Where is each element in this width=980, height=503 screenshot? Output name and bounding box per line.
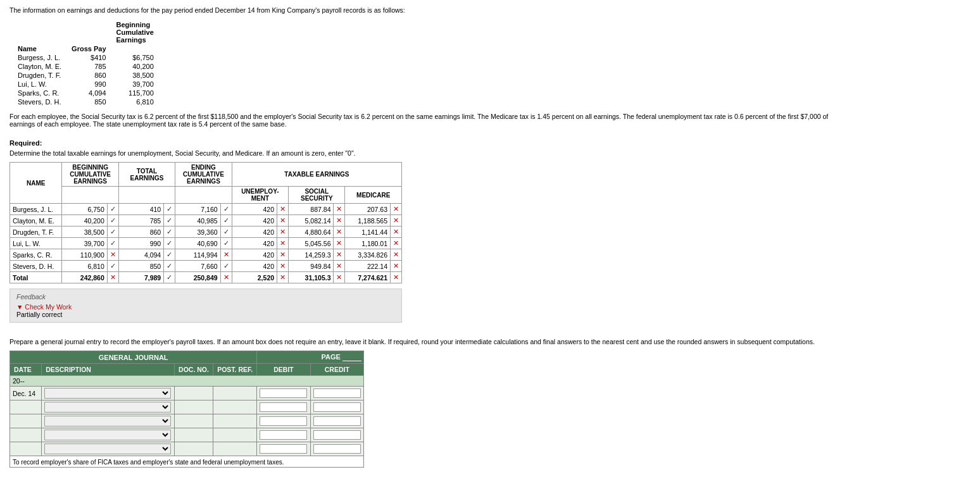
earn-beg-icon[interactable]: ✓ <box>107 238 118 249</box>
x-icon[interactable]: ✕ <box>223 273 229 281</box>
earn-end-icon[interactable]: ✕ <box>220 249 232 261</box>
earn-beg-icon[interactable]: ✓ <box>107 204 118 215</box>
x-icon[interactable]: ✕ <box>280 239 286 247</box>
entry-desc-4[interactable] <box>42 428 175 442</box>
check-icon[interactable]: ✓ <box>166 251 172 258</box>
earn-unemp-icon[interactable]: ✕ <box>277 249 289 261</box>
check-icon[interactable]: ✓ <box>110 262 116 270</box>
check-icon[interactable]: ✓ <box>110 205 116 213</box>
earn-end-icon[interactable]: ✓ <box>220 238 232 249</box>
earn-ss-icon[interactable]: ✕ <box>334 249 345 261</box>
entry-desc-5[interactable] <box>42 442 175 456</box>
desc-select-4[interactable] <box>44 430 171 440</box>
credit-input-1[interactable] <box>313 388 361 398</box>
debit-input-1[interactable] <box>260 388 307 398</box>
debit-input-2[interactable] <box>260 402 307 412</box>
total-total-icon[interactable]: ✓ <box>164 272 175 283</box>
entry-credit-4[interactable] <box>310 428 363 442</box>
earn-med-icon[interactable]: ✕ <box>391 261 402 272</box>
debit-input-4[interactable] <box>260 430 307 440</box>
x-icon[interactable]: ✕ <box>336 205 342 213</box>
desc-select-1[interactable] <box>44 388 171 399</box>
x-icon[interactable]: ✕ <box>393 216 399 224</box>
x-icon[interactable]: ✕ <box>336 262 342 270</box>
entry-debit-1[interactable] <box>257 387 310 401</box>
earn-unemp-icon[interactable]: ✕ <box>277 204 289 215</box>
credit-input-5[interactable] <box>313 444 361 454</box>
earn-total-icon[interactable]: ✓ <box>164 227 175 238</box>
entry-debit-2[interactable] <box>257 401 310 414</box>
total-beg-icon[interactable]: ✕ <box>107 272 118 283</box>
check-icon[interactable]: ✓ <box>166 228 172 235</box>
x-icon[interactable]: ✕ <box>393 228 399 235</box>
x-icon[interactable]: ✕ <box>280 216 286 224</box>
x-icon[interactable]: ✕ <box>280 262 286 270</box>
desc-select-2[interactable] <box>44 402 171 413</box>
check-icon[interactable]: ✓ <box>110 216 116 224</box>
earn-total-icon[interactable]: ✓ <box>164 249 175 261</box>
x-icon[interactable]: ✕ <box>280 228 286 235</box>
total-med-icon[interactable]: ✕ <box>391 272 402 283</box>
x-icon[interactable]: ✕ <box>336 239 342 247</box>
entry-credit-5[interactable] <box>310 442 363 456</box>
entry-debit-4[interactable] <box>257 428 310 442</box>
x-icon[interactable]: ✕ <box>280 205 286 213</box>
entry-debit-3[interactable] <box>257 414 310 428</box>
total-ss-icon[interactable]: ✕ <box>334 272 345 283</box>
entry-credit-3[interactable] <box>310 414 363 428</box>
x-icon[interactable]: ✕ <box>223 251 229 258</box>
check-icon[interactable]: ✓ <box>223 239 229 247</box>
entry-desc-2[interactable] <box>42 401 175 414</box>
earn-ss-icon[interactable]: ✕ <box>334 204 345 215</box>
check-icon[interactable]: ✓ <box>166 239 172 247</box>
earn-unemp-icon[interactable]: ✕ <box>277 238 289 249</box>
x-icon[interactable]: ✕ <box>336 273 342 281</box>
debit-input-3[interactable] <box>260 416 307 426</box>
earn-beg-icon[interactable]: ✓ <box>107 215 118 227</box>
earn-ss-icon[interactable]: ✕ <box>334 215 345 227</box>
x-icon[interactable]: ✕ <box>280 273 286 281</box>
credit-input-4[interactable] <box>313 430 361 440</box>
debit-input-5[interactable] <box>260 444 307 454</box>
entry-credit-1[interactable] <box>310 387 363 401</box>
earn-med-icon[interactable]: ✕ <box>391 238 402 249</box>
earn-total-icon[interactable]: ✓ <box>164 261 175 272</box>
earn-beg-icon[interactable]: ✓ <box>107 227 118 238</box>
x-icon[interactable]: ✕ <box>280 251 286 258</box>
desc-select-3[interactable] <box>44 416 171 426</box>
earn-ss-icon[interactable]: ✕ <box>334 238 345 249</box>
earn-end-icon[interactable]: ✓ <box>220 204 232 215</box>
check-icon[interactable]: ✓ <box>223 205 229 213</box>
x-icon[interactable]: ✕ <box>393 239 399 247</box>
earn-med-icon[interactable]: ✕ <box>391 249 402 261</box>
check-icon[interactable]: ✓ <box>166 273 172 281</box>
entry-desc-3[interactable] <box>42 414 175 428</box>
check-icon[interactable]: ✓ <box>166 262 172 270</box>
x-icon[interactable]: ✕ <box>336 216 342 224</box>
earn-end-icon[interactable]: ✓ <box>220 227 232 238</box>
x-icon[interactable]: ✕ <box>336 228 342 235</box>
check-icon[interactable]: ✓ <box>223 228 229 235</box>
entry-debit-5[interactable] <box>257 442 310 456</box>
earn-total-icon[interactable]: ✓ <box>164 204 175 215</box>
entry-credit-2[interactable] <box>310 401 363 414</box>
earn-end-icon[interactable]: ✓ <box>220 215 232 227</box>
earn-total-icon[interactable]: ✓ <box>164 215 175 227</box>
desc-select-5[interactable] <box>44 444 171 454</box>
check-icon[interactable]: ✓ <box>166 205 172 213</box>
check-icon[interactable]: ✓ <box>110 239 116 247</box>
x-icon[interactable]: ✕ <box>110 251 116 258</box>
earn-med-icon[interactable]: ✕ <box>391 227 402 238</box>
total-unemp-icon[interactable]: ✕ <box>277 272 289 283</box>
earn-unemp-icon[interactable]: ✕ <box>277 215 289 227</box>
check-icon[interactable]: ✓ <box>166 216 172 224</box>
earn-end-icon[interactable]: ✓ <box>220 261 232 272</box>
check-icon[interactable]: ✓ <box>110 228 116 235</box>
entry-desc-1[interactable] <box>42 387 175 401</box>
x-icon[interactable]: ✕ <box>393 205 399 213</box>
earn-ss-icon[interactable]: ✕ <box>334 227 345 238</box>
x-icon[interactable]: ✕ <box>393 251 399 258</box>
earn-beg-icon[interactable]: ✕ <box>107 249 118 261</box>
check-icon[interactable]: ✓ <box>223 216 229 224</box>
x-icon[interactable]: ✕ <box>393 273 399 281</box>
